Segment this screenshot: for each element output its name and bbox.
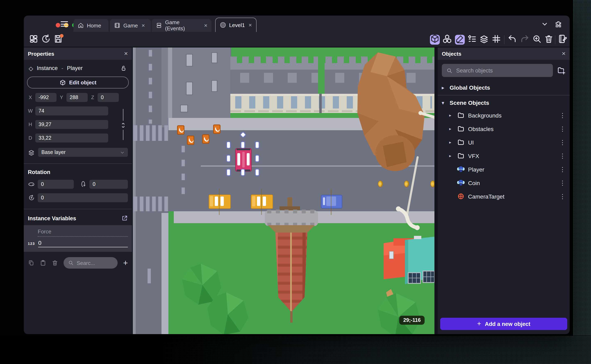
close-icon[interactable]: × [562,50,566,57]
selection-handle[interactable] [227,142,230,148]
crate-obstacle[interactable] [213,124,220,134]
coin[interactable] [378,181,383,187]
coin[interactable] [404,181,409,187]
x-field[interactable] [35,93,57,102]
paste-icon[interactable] [40,260,46,266]
kebab-menu-icon[interactable]: ⋮ [559,152,570,159]
variable-value[interactable]: 0 [38,240,128,247]
object-row-cameratarget[interactable]: CameraTarget ⋮ [438,189,570,203]
group-scene-objects[interactable]: ▾ Scene Objects [438,97,570,109]
tab-bar: Home Game × Game (Events) × Level1 × [24,16,570,32]
tab-level1[interactable]: Level1 × [215,18,257,32]
link-aspect-icon[interactable] [120,121,127,130]
edit-pencil-icon[interactable] [455,35,465,45]
kebab-menu-icon[interactable]: ⋮ [559,193,570,200]
selection-handle[interactable] [241,169,245,176]
close-window-button[interactable] [56,23,60,27]
rotation-z-field[interactable] [38,193,128,202]
copy-icon[interactable] [28,260,34,266]
layout-panels-icon[interactable] [29,35,39,45]
grass [168,211,434,334]
crate-obstacle[interactable] [187,136,194,145]
kebab-menu-icon[interactable]: ⋮ [559,139,570,146]
player-car-pink[interactable] [235,148,252,172]
instance-name: Player [67,65,83,71]
scene-editor-canvas[interactable]: 29;-116 [133,47,434,334]
grid-icon[interactable] [491,35,501,45]
close-icon[interactable]: × [124,50,128,57]
layers-icon[interactable] [479,35,489,45]
rotate-handle[interactable] [240,132,246,137]
kebab-menu-icon[interactable]: ⋮ [559,179,570,187]
variables-search-input[interactable]: Searc... [64,257,118,269]
object-row-coin[interactable]: Coin ⋮ [438,176,570,189]
undo-icon[interactable] [507,35,517,45]
kebab-menu-icon[interactable]: ⋮ [559,125,570,132]
kebab-menu-icon[interactable]: ⋮ [559,111,570,119]
zoom-in-icon[interactable] [532,35,542,45]
close-tab-icon[interactable]: × [142,22,145,29]
road-shoulder [161,47,168,127]
blue-car[interactable] [321,195,342,208]
rotation-x-field[interactable] [38,180,74,189]
extensions-puzzle-icon[interactable] [553,19,563,29]
selection-handle[interactable] [227,155,230,162]
trash-icon[interactable] [52,260,58,266]
objects-title: Objects [442,51,461,57]
selection-handle[interactable] [255,169,259,176]
layer-select[interactable]: Base layer [38,148,128,157]
object-row-vfx[interactable]: ▸ VFX ⋮ [438,149,570,162]
building-left[interactable] [168,47,230,118]
kebab-menu-icon[interactable]: ⋮ [559,166,570,173]
tab-home[interactable]: Home [73,19,109,32]
taxi-car[interactable] [251,195,273,209]
chevron-right-icon[interactable]: ▸ [449,140,454,144]
z-field[interactable] [98,93,119,102]
object-row-obstacles[interactable]: ▸ Obstacles ⋮ [438,122,570,136]
crate-obstacle[interactable] [177,125,184,135]
variable-name[interactable]: Force [38,228,128,237]
history-clock-icon[interactable] [41,35,51,45]
coin[interactable] [430,181,434,187]
open-external-icon[interactable] [121,215,128,221]
tab-game[interactable]: Game × [110,19,151,32]
lock-open-icon[interactable] [120,65,127,72]
object-row-player[interactable]: Player ⋮ [438,162,570,176]
chevron-right-icon[interactable]: ▸ [449,113,454,117]
selection-handle[interactable] [255,142,259,148]
tab-game-events[interactable]: Game (Events) × [152,19,212,32]
selection-handle[interactable] [241,142,245,148]
menu-icon[interactable] [61,21,68,27]
chevron-right-icon[interactable]: ▸ [449,154,454,158]
edit-object-button[interactable]: Edit object [27,77,129,88]
taxi-car[interactable] [209,195,231,209]
group-global-objects[interactable]: ▸ Global Objects [438,82,570,93]
trash-icon[interactable] [544,35,554,45]
redo-icon[interactable] [520,35,530,45]
objects-cubes-icon[interactable] [442,35,452,45]
add-folder-icon[interactable] [557,66,566,75]
chevron-right-icon[interactable]: ▸ [449,127,454,131]
objects-search-input[interactable]: Search objects [442,64,553,77]
close-tab-icon[interactable]: × [249,22,252,28]
rotation-y-field[interactable] [89,180,128,189]
add-new-object-button[interactable]: + Add a new object [440,318,567,330]
y-field[interactable] [66,93,88,102]
events-sheet-icon[interactable] [558,35,568,45]
crate-obstacle[interactable] [202,134,209,144]
chevron-right-icon: ▸ [442,85,446,90]
chevron-down-icon[interactable] [540,19,550,29]
toggle-3d-view-icon[interactable] [430,35,440,45]
building-roof[interactable] [230,70,434,94]
height-field[interactable] [35,120,108,129]
instances-list-icon[interactable] [467,35,477,45]
object-row-backgrounds[interactable]: ▸ Backgrounds ⋮ [438,109,570,122]
width-field[interactable] [35,106,108,116]
object-row-ui[interactable]: ▸ UI ⋮ [438,136,570,149]
selection-handle[interactable] [255,155,259,162]
depth-field[interactable] [35,133,108,143]
add-variable-button[interactable]: + [123,259,128,267]
kebab-menu-icon[interactable] [566,19,570,29]
selection-handle[interactable] [227,169,230,176]
close-tab-icon[interactable]: × [204,22,207,29]
